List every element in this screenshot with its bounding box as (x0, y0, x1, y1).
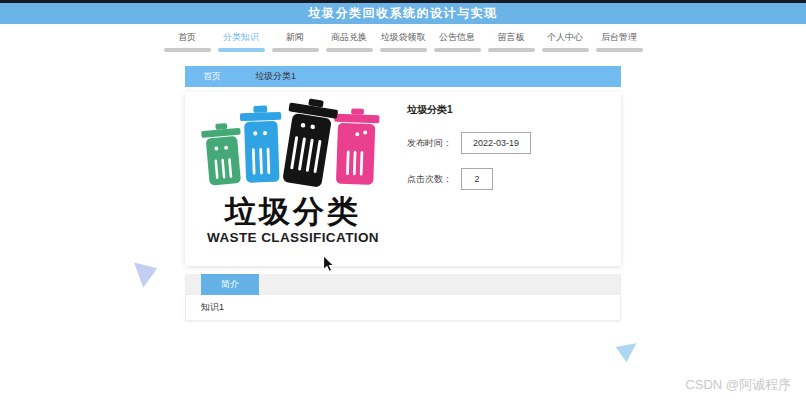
publish-time-row: 发布时间： 2022-03-19 (407, 132, 609, 154)
nav-item-garbage-bag[interactable]: 垃圾袋领取 (380, 32, 427, 52)
nav-underline (218, 48, 265, 52)
click-count-label: 点击次数： (407, 173, 461, 186)
publish-time-value: 2022-03-19 (461, 132, 531, 154)
nav-item-classification-knowledge[interactable]: 分类知识 (218, 32, 265, 52)
main-nav: 首页 分类知识 新闻 商品兑换 垃圾袋领取 公告信息 留言板 个人中心 后台管理 (0, 32, 806, 52)
nav-label: 个人中心 (547, 32, 583, 42)
nav-underline (164, 48, 211, 52)
nav-underline (596, 48, 643, 52)
nav-item-message-board[interactable]: 留言板 (488, 32, 535, 52)
logo-title-cn: 垃圾分类 (185, 196, 401, 229)
tab-content-text: 知识1 (185, 295, 621, 321)
breadcrumb: 首页 垃圾分类1 (185, 66, 621, 87)
trash-cans-icon (190, 96, 396, 191)
tab-strip: 简介 (185, 274, 621, 295)
breadcrumb-home-link[interactable]: 首页 (203, 70, 221, 83)
nav-label: 公告信息 (439, 32, 475, 42)
logo-title-en: WASTE CLASSIFICATION (185, 230, 401, 245)
nav-item-announcements[interactable]: 公告信息 (434, 32, 481, 52)
detail-title: 垃圾分类1 (407, 103, 609, 117)
nav-item-personal-center[interactable]: 个人中心 (542, 32, 589, 52)
publish-time-label: 发布时间： (407, 137, 461, 150)
nav-underline (542, 48, 589, 52)
nav-item-admin[interactable]: 后台管理 (596, 32, 643, 52)
nav-underline (272, 48, 319, 52)
waste-classification-logo: 垃圾分类 WASTE CLASSIFICATION (185, 92, 401, 266)
app-header: 垃圾分类回收系统的设计与实现 (0, 3, 806, 24)
nav-item-news[interactable]: 新闻 (272, 32, 319, 52)
nav-label: 新闻 (286, 32, 304, 42)
nav-label: 留言板 (498, 32, 525, 42)
nav-underline (434, 48, 481, 52)
nav-underline (326, 48, 373, 52)
nav-label: 分类知识 (223, 32, 259, 42)
page-title: 垃圾分类回收系统的设计与实现 (309, 5, 498, 22)
detail-info: 垃圾分类1 发布时间： 2022-03-19 点击次数： 2 (401, 92, 621, 266)
nav-underline (488, 48, 535, 52)
nav-item-goods-exchange[interactable]: 商品兑换 (326, 32, 373, 52)
nav-item-home[interactable]: 首页 (164, 32, 211, 52)
csdn-watermark: CSDN @阿诚程序 (685, 376, 791, 394)
click-count-value: 2 (461, 168, 493, 190)
nav-underline (380, 48, 427, 52)
click-count-row: 点击次数： 2 (407, 168, 609, 190)
nav-label: 商品兑换 (331, 32, 367, 42)
decorative-triangle-right (616, 343, 640, 363)
decorative-triangle-left (129, 262, 158, 289)
nav-label: 首页 (178, 32, 196, 42)
detail-tab-section: 简介 知识1 (185, 274, 621, 321)
tab-intro[interactable]: 简介 (201, 274, 259, 295)
mouse-cursor-icon (322, 255, 336, 272)
breadcrumb-current: 垃圾分类1 (255, 70, 296, 83)
nav-label: 后台管理 (601, 32, 637, 42)
detail-card: 垃圾分类 WASTE CLASSIFICATION 垃圾分类1 发布时间： 20… (185, 92, 621, 266)
nav-label: 垃圾袋领取 (381, 32, 426, 42)
